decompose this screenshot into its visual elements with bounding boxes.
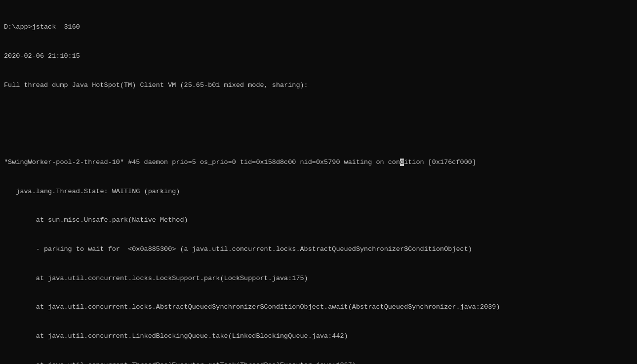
cursor: d	[400, 159, 404, 166]
thread-1-stack-0: at sun.misc.Unsafe.park(Native Method)	[4, 215, 633, 225]
thread-1-stack-2: at java.util.concurrent.locks.LockSuppor…	[4, 274, 633, 283]
blank-line	[4, 109, 633, 119]
thread-1-stack-5: at java.util.concurrent.ThreadPoolExecut…	[4, 361, 633, 364]
thread-1-header: "SwingWorker-pool-2-thread-10" #45 daemo…	[4, 158, 633, 167]
jvm-header: Full thread dump Java HotSpot(TM) Client…	[4, 81, 633, 90]
timestamp: 2020-02-06 21:10:15	[4, 51, 633, 61]
thread-1-stack-3: at java.util.concurrent.locks.AbstractQu…	[4, 302, 633, 312]
thread-1-stack-1: - parking to wait for <0x0a885300> (a ja…	[4, 244, 633, 254]
thread-1-state: java.lang.Thread.State: WAITING (parking…	[4, 187, 633, 197]
thread-1-stack-4: at java.util.concurrent.LinkedBlockingQu…	[4, 331, 633, 341]
terminal-window: D:\app>jstack 3160 2020-02-06 21:10:15 F…	[4, 3, 633, 364]
command-line: D:\app>jstack 3160	[4, 22, 633, 32]
